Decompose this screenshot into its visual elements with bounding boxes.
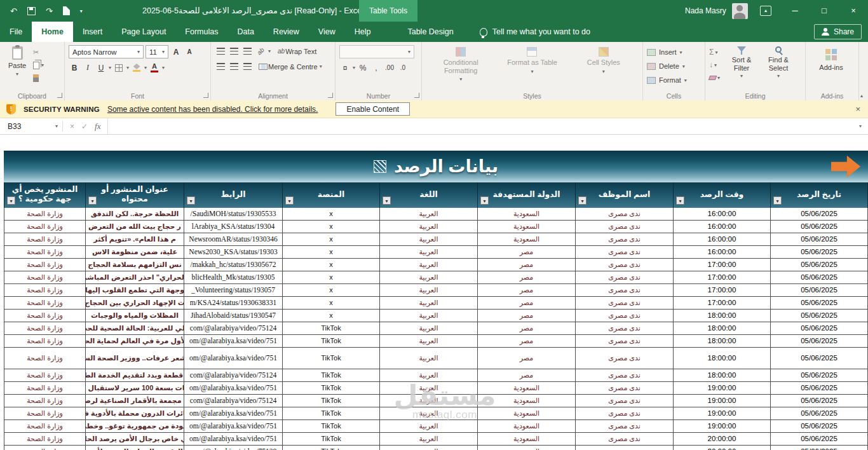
find-select-dropdown-icon[interactable] [777, 73, 780, 79]
tab-file[interactable]: File [0, 22, 32, 42]
cell-gov[interactable]: وزارة الصحة [4, 322, 86, 335]
tab-table-design[interactable]: Table Design [398, 22, 463, 42]
merge-centre-button[interactable]: Merge & Centre [259, 60, 318, 72]
cell-title[interactable]: لمالي للعربية: الحالة الصحية للحجاج [86, 322, 184, 335]
cell-country[interactable]: السعودية [478, 420, 576, 433]
comma-style-button[interactable]: , [370, 62, 382, 74]
cell-country[interactable]: السعودية [478, 407, 576, 420]
cell-country[interactable]: السعودية [478, 233, 576, 246]
cell-platform[interactable]: TikTok [283, 382, 380, 395]
cell-gov[interactable]: وزارة الصحة [4, 221, 86, 233]
percent-style-button[interactable]: % [357, 62, 369, 74]
cell-country[interactable]: السعودية [478, 395, 576, 407]
cell-date[interactable]: 05/06/2025 [771, 382, 868, 395]
cell-language[interactable]: العربية [380, 322, 478, 335]
tab-data[interactable]: Data [227, 22, 263, 42]
tab-help[interactable]: Help [345, 22, 381, 42]
decrease-font-size-button[interactable]: A [184, 46, 195, 58]
increase-decimal-button[interactable]: .00 [384, 62, 395, 74]
cell-date[interactable]: 05/06/2025 [771, 284, 868, 297]
avatar[interactable] [732, 3, 748, 19]
filter-dropdown-button[interactable] [578, 196, 587, 205]
cell-platform[interactable]: TikTok [283, 335, 380, 348]
cell-gov[interactable]: وزارة الصحة [4, 446, 86, 450]
cell-link[interactable]: com/@alarabiya/video/75128 [184, 446, 283, 450]
cell-country[interactable]: مصر [478, 271, 576, 284]
filter-dropdown-button[interactable] [285, 196, 294, 205]
cell-language[interactable]: العربية [380, 297, 478, 310]
autosum-button[interactable]: Σ [709, 47, 720, 57]
cell-language[interactable]: العربية [380, 208, 478, 221]
cell-employee[interactable]: ندى مصرى [576, 246, 674, 259]
fill-color-button[interactable] [131, 62, 142, 74]
filter-dropdown-button[interactable] [88, 196, 97, 205]
cell-platform[interactable]: TikTok [283, 420, 380, 433]
cell-link[interactable]: com/@alarabiya/video/75124 [184, 322, 283, 335]
cell-time[interactable]: 17:00:00 [674, 271, 771, 284]
cell-gov[interactable]: وزارة الصحة [4, 271, 86, 284]
cell-language[interactable]: العربية [380, 310, 478, 322]
cell-employee[interactable]: ندى مصرى [576, 446, 674, 450]
cell-employee[interactable]: ندى مصرى [576, 395, 674, 407]
cell-employee[interactable]: ندى مصرى [576, 208, 674, 221]
cell-title[interactable]: ت الإجهاد الحراري بين الحجاج [86, 297, 184, 310]
cell-link[interactable]: /SaudiMOH/status/19305533 [184, 208, 283, 221]
cell-link[interactable]: om/@alarabiya.ksa/video/751 [184, 335, 283, 348]
cell-time[interactable]: 18:00:00 [674, 369, 771, 382]
cell-gov[interactable]: وزارة الصحة [4, 284, 86, 297]
cell-gov[interactable]: وزارة الصحة [4, 348, 86, 369]
merge-centre-dropdown-icon[interactable] [320, 64, 322, 69]
collapse-ribbon-icon[interactable]: ▴ [860, 93, 863, 99]
cell-platform[interactable]: TikTok [283, 407, 380, 420]
format-as-table-button[interactable]: Format as Table [497, 45, 567, 90]
cell-link[interactable]: om/@alarabiya.ksa/video/751 [184, 407, 283, 420]
format-painter-button[interactable] [33, 73, 44, 83]
copy-button[interactable] [33, 60, 44, 70]
cell-title[interactable]: ن مجمعة بالأقمار الصناعية لرصد [86, 395, 184, 407]
cell-platform[interactable]: TikTok [283, 446, 380, 450]
autosum-dropdown-icon[interactable] [715, 50, 717, 55]
ribbon-display-options-icon[interactable]: ▴ [760, 6, 771, 16]
cell-time[interactable]: 19:00:00 [674, 420, 771, 433]
cell-country[interactable]: السعودية [478, 382, 576, 395]
security-bar-close-icon[interactable]: × [855, 104, 860, 114]
tab-formulas[interactable]: Formulas [175, 22, 227, 42]
cell-time[interactable]: 17:00:00 [674, 259, 771, 271]
cell-title[interactable]: المظلات والمياه والوجبات [86, 310, 184, 322]
cell-date[interactable]: 05/06/2025 [771, 395, 868, 407]
sort-filter-button[interactable]: Sort & Filter [724, 46, 759, 90]
cell-platform[interactable]: TikTok [283, 348, 380, 369]
cell-country[interactable]: مصر [478, 335, 576, 348]
cell-gov[interactable]: وزارة الصحة [4, 395, 86, 407]
cell-platform[interactable]: x [283, 297, 380, 310]
cell-link[interactable]: om/@alarabiya.ksa/video/751 [184, 382, 283, 395]
cell-platform[interactable]: x [283, 233, 380, 246]
cell-language[interactable]: العربية [380, 348, 478, 369]
cell-language[interactable]: العربية [380, 246, 478, 259]
cell-language[interactable]: العربية [380, 369, 478, 382]
cell-country[interactable]: السعودية [478, 208, 576, 221]
maximize-button[interactable]: □ [810, 0, 839, 22]
tab-view[interactable]: View [309, 22, 345, 42]
cell-date[interactable]: 05/06/2025 [771, 297, 868, 310]
cell-language[interactable]: العربية [380, 420, 478, 433]
filter-dropdown-button[interactable] [383, 196, 391, 205]
cell-country[interactable]: مصر [478, 284, 576, 297]
cell-link[interactable]: blicHealth_Mk/status/19305 [184, 271, 283, 284]
cell-gov[interactable]: وزارة الصحة [4, 335, 86, 348]
cell-gov[interactable]: وزارة الصحة [4, 369, 86, 382]
cell-platform[interactable]: x [283, 259, 380, 271]
filter-dropdown-button[interactable] [187, 196, 195, 205]
tab-home[interactable]: Home [32, 22, 73, 42]
cell-date[interactable]: 05/06/2025 [771, 348, 868, 369]
cell-time[interactable]: 18:00:00 [674, 348, 771, 369]
cell-date[interactable]: 05/06/2025 [771, 310, 868, 322]
cell-employee[interactable]: ندى مصرى [576, 420, 674, 433]
cell-employee[interactable]: ندى مصرى [576, 271, 674, 284]
fill-dropdown-icon[interactable] [714, 62, 717, 68]
cell-employee[interactable]: ندى مصرى [576, 221, 674, 233]
cell-title[interactable]: رفات بسعة 100 سرير لاستقبال الح [86, 382, 184, 395]
number-format-dropdown-icon[interactable] [408, 49, 410, 55]
cell-date[interactable]: 05/06/2025 [771, 369, 868, 382]
align-top-button[interactable] [215, 45, 226, 57]
